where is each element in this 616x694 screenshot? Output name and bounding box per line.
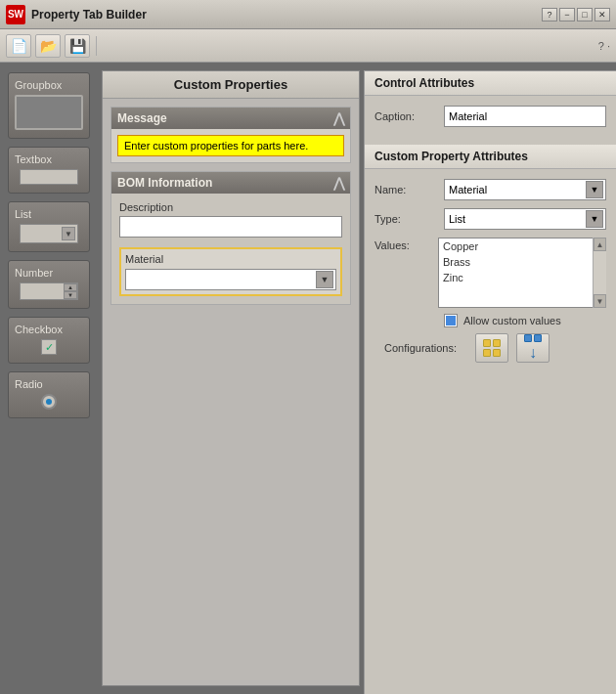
sidebar-item-list[interactable]: List ▼ — [8, 201, 90, 252]
config-arrow-down-icon: ↓ — [529, 344, 537, 362]
config-blue-dot-1 — [524, 334, 532, 342]
number-down-icon: ▼ — [64, 291, 77, 299]
bom-collapse-icon[interactable]: ⋀ — [333, 175, 344, 191]
sidebar-item-groupbox[interactable]: Groupbox — [8, 72, 90, 139]
maximize-button[interactable]: □ — [577, 8, 593, 22]
bom-material-field: Material ▼ — [119, 247, 342, 296]
config-button-2[interactable]: ↓ — [516, 333, 550, 363]
message-section: Message ⋀ Enter custom properties for pa… — [110, 107, 351, 163]
config-blue-dot-2 — [534, 334, 542, 342]
sidebar-item-radio[interactable]: Radio — [8, 371, 90, 418]
sidebar-number-label: Number — [15, 267, 53, 279]
config-dot-2 — [493, 339, 501, 347]
values-list-container: Copper Brass Zinc ▲ ▼ — [438, 238, 606, 308]
radio-dot — [46, 399, 52, 405]
main-container: Groupbox Textbox List ▼ Number ▲ ▼ — [0, 63, 616, 694]
scrollbar-down-icon[interactable]: ▼ — [594, 294, 606, 308]
center-panel-title: Custom Properties — [103, 71, 359, 99]
name-select-arrow-icon[interactable]: ▼ — [586, 181, 603, 198]
control-attributes-title: Control Attributes — [365, 71, 616, 96]
sidebar-groupbox-label: Groupbox — [15, 79, 62, 91]
bom-description-label: Description — [119, 201, 342, 213]
configurations-row: Configurations: ↓ — [384, 333, 596, 363]
sidebar-item-number[interactable]: Number ▲ ▼ — [8, 260, 90, 309]
config-dot-3 — [483, 349, 491, 357]
bom-content: Description Material ▼ — [111, 194, 350, 304]
sidebar-item-textbox[interactable]: Textbox — [8, 147, 90, 194]
sidebar-checkbox-label: Checkbox — [15, 324, 63, 335]
minimize-button[interactable]: − — [559, 8, 575, 22]
textbox-preview — [20, 169, 78, 185]
name-select[interactable]: Material ▼ — [444, 179, 606, 200]
configurations-label: Configurations: — [384, 342, 467, 354]
checkbox-check-icon — [446, 316, 456, 325]
save-button[interactable]: 💾 — [65, 34, 90, 58]
config-button-1[interactable] — [475, 333, 508, 363]
sidebar-item-checkbox[interactable]: Checkbox ✓ — [8, 317, 90, 364]
bom-description-field: Description — [119, 201, 342, 238]
values-list-item[interactable]: Copper — [439, 239, 605, 254]
values-list-item[interactable]: Zinc — [439, 270, 605, 285]
number-preview: ▲ ▼ — [20, 282, 78, 300]
config-dot-row-1 — [524, 334, 542, 342]
config-dot-4 — [493, 349, 501, 357]
name-row: Name: Material ▼ — [374, 179, 606, 200]
close-button[interactable]: ✕ — [594, 8, 610, 22]
dropdown-arrow-icon[interactable]: ▼ — [316, 271, 333, 288]
name-label: Name: — [374, 184, 438, 195]
values-label: Values: — [374, 238, 438, 251]
bom-section-header[interactable]: BOM Information ⋀ — [111, 172, 350, 194]
type-label: Type: — [374, 213, 438, 225]
config-dot-1 — [483, 339, 491, 347]
new-button[interactable]: 📄 — [6, 34, 31, 58]
toolbar: 📄 📂 💾 ? · — [0, 29, 616, 63]
sidebar-radio-label: Radio — [15, 378, 43, 390]
checkbox-preview: ✓ — [41, 339, 57, 355]
type-select[interactable]: List ▼ — [444, 208, 606, 230]
app-title: Property Tab Builder — [31, 8, 536, 22]
window-controls: ? − □ ✕ — [542, 8, 610, 22]
caption-input[interactable] — [444, 106, 606, 127]
type-row: Type: List ▼ — [374, 208, 606, 230]
name-select-value: Material — [449, 184, 487, 195]
list-preview: ▼ — [20, 224, 78, 243]
values-section: Values: Copper Brass Zinc ▲ ▼ — [374, 238, 606, 308]
groupbox-preview — [15, 95, 83, 130]
list-arrow-icon: ▼ — [62, 227, 75, 240]
open-button[interactable]: 📂 — [35, 34, 61, 58]
message-section-label: Message — [117, 111, 167, 125]
number-up-icon: ▲ — [64, 283, 77, 291]
message-content: Enter custom properties for parts here. — [111, 129, 350, 162]
scrollbar-track[interactable] — [594, 251, 606, 294]
values-list-item[interactable] — [439, 285, 605, 289]
config-arrow-icon: ↓ — [524, 334, 542, 362]
allow-custom-values-row: Allow custom values — [444, 314, 606, 327]
values-list[interactable]: Copper Brass Zinc — [438, 238, 606, 308]
radio-preview — [41, 394, 57, 410]
custom-property-attributes-form: Name: Material ▼ Type: List ▼ Values: Co… — [365, 169, 616, 376]
control-attributes-form: Caption: — [365, 96, 616, 145]
sidebar-list-label: List — [15, 208, 31, 220]
type-select-arrow-icon[interactable]: ▼ — [586, 210, 603, 228]
caption-row: Caption: — [374, 106, 606, 127]
scrollbar-up-icon[interactable]: ▲ — [594, 238, 606, 251]
bom-material-dropdown[interactable]: ▼ — [125, 269, 336, 290]
bom-description-input[interactable] — [119, 216, 342, 238]
center-panel: Custom Properties Message ⋀ Enter custom… — [102, 70, 360, 686]
message-section-header[interactable]: Message ⋀ — [111, 108, 350, 129]
allow-custom-checkbox[interactable] — [444, 314, 458, 327]
config-grid-icon — [483, 339, 501, 357]
custom-property-attributes-title: Custom Property Attributes — [365, 145, 616, 169]
number-input-preview — [21, 283, 64, 299]
caption-label: Caption: — [374, 110, 438, 122]
help-button[interactable]: ? — [542, 8, 557, 22]
app-logo: SW — [6, 5, 25, 24]
titlebar: SW Property Tab Builder ? − □ ✕ — [0, 0, 616, 29]
values-list-item[interactable]: Brass — [439, 254, 605, 270]
bom-material-label: Material — [125, 253, 336, 265]
toolbar-help[interactable]: ? · — [598, 40, 610, 52]
toolbar-separator — [96, 36, 97, 56]
right-panel: Control Attributes Caption: Custom Prope… — [364, 70, 616, 694]
message-collapse-icon[interactable]: ⋀ — [333, 110, 344, 126]
values-scrollbar[interactable]: ▲ ▼ — [593, 238, 606, 308]
